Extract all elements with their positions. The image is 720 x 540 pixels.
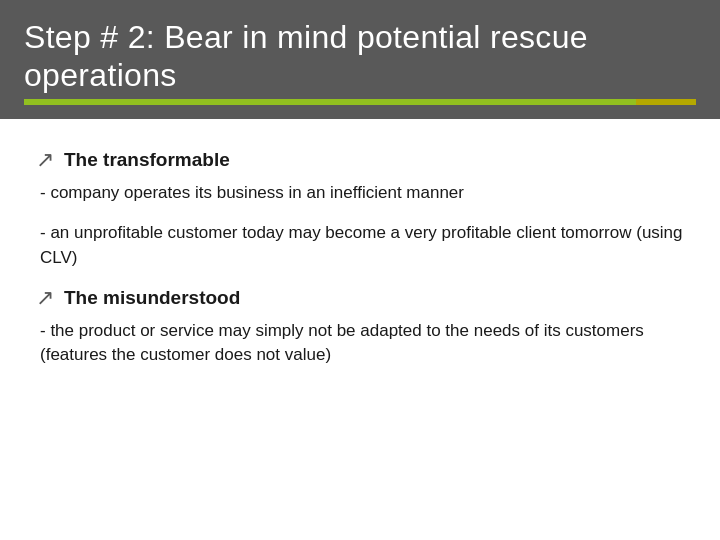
accent-bar [24,99,696,105]
accent-green [24,99,636,105]
title-line1: Step # 2: Bear in mind potential rescue [24,19,588,55]
heading2-text: The misunderstood [64,287,240,309]
arrow-icon-1: ↗ [36,149,54,171]
slide-content: ↗ The transformable - company operates i… [0,119,720,540]
title-line2: operations [24,57,177,93]
slide-title: Step # 2: Bear in mind potential rescue … [24,18,696,95]
slide: Step # 2: Bear in mind potential rescue … [0,0,720,540]
heading2-container: ↗ The misunderstood [36,287,684,309]
body-text-3: - the product or service may simply not … [36,319,684,368]
slide-header: Step # 2: Bear in mind potential rescue … [0,0,720,119]
body-text-2: - an unprofitable customer today may bec… [36,221,684,270]
body-text-1: - company operates its business in an in… [36,181,684,206]
heading1-text: The transformable [64,149,230,171]
heading1-container: ↗ The transformable [36,149,684,171]
arrow-icon-2: ↗ [36,287,54,309]
accent-olive [636,99,696,105]
